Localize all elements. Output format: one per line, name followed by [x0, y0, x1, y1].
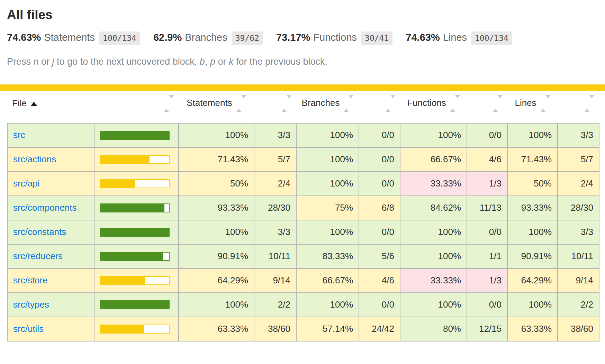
summary-metric: 74.63%Statements100/134	[7, 32, 140, 43]
lines-pct-cell: 50%	[507, 172, 558, 196]
branches-pct-cell: 57.14%	[296, 317, 359, 341]
caret-down-icon	[349, 95, 353, 109]
column-header-sorter[interactable]	[359, 91, 400, 123]
branches-pct-cell: 100%	[296, 147, 359, 172]
sort-icon	[493, 98, 503, 109]
lines-fraction-cell: 28/30	[558, 196, 599, 220]
caret-down-icon	[589, 95, 594, 109]
column-header-sorter[interactable]	[254, 91, 296, 123]
sort-asc-icon	[31, 102, 37, 106]
branches-fraction-cell: 0/0	[359, 293, 400, 317]
file-link[interactable]: src/utils	[13, 324, 44, 334]
file-cell: src	[7, 123, 94, 147]
shortcut-key: k	[229, 56, 234, 67]
statements-fraction-cell: 3/3	[254, 220, 296, 244]
summary-fraction-badge: 39/62	[232, 31, 263, 45]
coverage-bar	[100, 252, 170, 261]
shortcut-key: b	[200, 56, 205, 67]
statements-pct-cell: 100%	[179, 123, 254, 147]
column-header-sorter[interactable]	[94, 91, 179, 123]
file-link[interactable]: src/types	[13, 299, 49, 310]
summary-label: Lines	[443, 32, 467, 43]
file-cell: src/utils	[7, 317, 94, 341]
statements-fraction-cell: 28/30	[254, 196, 296, 220]
functions-pct-cell: 66.67%	[400, 147, 467, 172]
table-row: src/components93.33%28/3075%6/884.62%11/…	[7, 196, 599, 220]
table-row: src/store64.29%9/1466.67%4/633.33%1/364.…	[7, 269, 599, 293]
functions-fraction-cell: 0/0	[467, 220, 507, 244]
sort-icon	[585, 98, 594, 109]
column-header-functions[interactable]: Functions	[400, 91, 467, 123]
file-link[interactable]: src/components	[13, 202, 77, 213]
branches-fraction-cell: 0/0	[359, 220, 400, 244]
caret-down-icon	[390, 95, 395, 109]
caret-up-icon	[282, 98, 287, 112]
shortcut-key: n	[34, 56, 39, 67]
file-link[interactable]: src/actions	[13, 154, 56, 164]
coverage-bar	[100, 131, 170, 140]
functions-pct-cell: 100%	[400, 123, 467, 147]
caret-down-icon	[169, 95, 174, 109]
functions-pct-cell: 100%	[400, 220, 467, 244]
file-link[interactable]: src/reducers	[13, 251, 63, 261]
statements-fraction-cell: 10/11	[254, 244, 296, 269]
statements-pct-cell: 71.43%	[179, 147, 254, 172]
sort-icon	[164, 98, 174, 109]
file-link[interactable]: src/constants	[13, 227, 66, 237]
summary-fraction-badge: 100/134	[471, 31, 512, 45]
coverage-status-line	[0, 84, 605, 91]
table-row: src/api50%2/4100%0/033.33%1/350%2/4	[7, 172, 599, 196]
caret-up-icon	[450, 98, 455, 112]
table-row: src/types100%2/2100%0/0100%0/0100%2/2	[7, 293, 599, 317]
table-row: src100%3/3100%0/0100%0/0100%3/3	[7, 123, 599, 147]
lines-pct-cell: 71.43%	[507, 147, 558, 172]
coverage-bar-fill	[101, 156, 150, 163]
page-title: All files	[7, 8, 598, 22]
sort-icon	[282, 98, 291, 109]
chart-cell	[94, 244, 179, 269]
file-cell: src/store	[7, 269, 94, 293]
lines-pct-cell: 100%	[507, 293, 558, 317]
functions-pct-cell: 80%	[400, 317, 467, 341]
lines-fraction-cell: 2/4	[558, 172, 599, 196]
column-header-branches[interactable]: Branches	[296, 91, 359, 123]
caret-up-icon	[236, 98, 241, 112]
branches-pct-cell: 83.33%	[296, 244, 359, 269]
file-link[interactable]: src/api	[13, 178, 40, 189]
column-header-statements[interactable]: Statements	[179, 91, 254, 123]
functions-fraction-cell: 0/0	[467, 123, 507, 147]
lines-fraction-cell: 3/3	[558, 123, 599, 147]
column-header-file[interactable]: File	[7, 91, 94, 123]
lines-pct-cell: 63.33%	[507, 317, 558, 341]
file-link[interactable]: src	[13, 130, 25, 140]
summary-label: Statements	[44, 32, 95, 43]
branches-pct-cell: 75%	[296, 196, 359, 220]
statements-pct-cell: 63.33%	[179, 317, 254, 341]
functions-fraction-cell: 0/0	[467, 293, 507, 317]
coverage-bar	[100, 228, 170, 237]
column-header-lines[interactable]: Lines	[507, 91, 558, 123]
branches-pct-cell: 100%	[296, 293, 359, 317]
sort-icon	[386, 98, 395, 109]
statements-fraction-cell: 3/3	[254, 123, 296, 147]
functions-fraction-cell: 1/3	[467, 172, 507, 196]
table-body: src100%3/3100%0/0100%0/0100%3/3src/actio…	[7, 123, 599, 341]
branches-fraction-cell: 24/42	[359, 317, 400, 341]
coverage-bar	[100, 300, 170, 309]
keyboard-shortcuts-hint: Press n or j to go to the next uncovered…	[7, 56, 598, 67]
lines-pct-cell: 100%	[507, 123, 558, 147]
branches-fraction-cell: 0/0	[359, 123, 400, 147]
caret-down-icon	[241, 95, 246, 109]
branches-fraction-cell: 5/6	[359, 244, 400, 269]
column-header-sorter[interactable]	[558, 91, 599, 123]
file-link[interactable]: src/store	[13, 275, 48, 285]
column-header-sorter[interactable]	[467, 91, 507, 123]
coverage-bar-fill	[101, 131, 169, 139]
chart-cell	[94, 196, 179, 220]
lines-fraction-cell: 38/60	[558, 317, 599, 341]
sort-icon	[344, 98, 353, 109]
coverage-bar-fill	[101, 253, 163, 260]
coverage-bar-fill	[101, 301, 169, 309]
lines-pct-cell: 64.29%	[507, 269, 558, 293]
coverage-bar	[100, 203, 170, 212]
